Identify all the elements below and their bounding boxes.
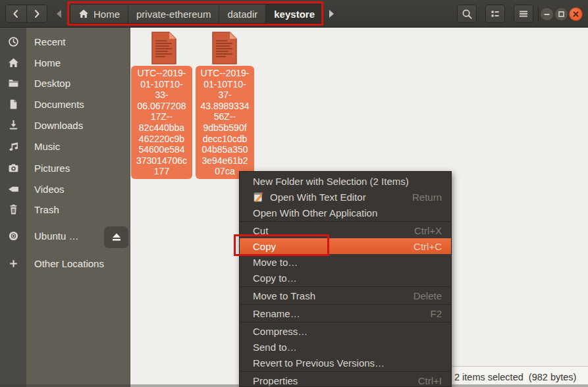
plus-icon <box>7 257 20 270</box>
forward-chevron-icon <box>32 9 42 19</box>
sidebar-item-label: Desktop <box>34 78 70 89</box>
minimize-icon <box>543 11 550 18</box>
menu-item-new-folder-with-selection[interactable]: New Folder with Selection (2 Items) <box>240 173 451 189</box>
breadcrumb-scroll-left-icon <box>55 9 62 18</box>
sidebar-item-label: Other Locations <box>34 258 104 269</box>
menu-separator <box>240 286 451 287</box>
close-icon <box>572 11 579 18</box>
sidebar-item-label: Trash <box>34 204 59 215</box>
minimize-button[interactable] <box>540 7 554 21</box>
search-icon <box>462 9 473 20</box>
selection-status-text: 2 items selected (982 bytes) <box>448 372 576 382</box>
menu-item-rename[interactable]: Rename… F2 <box>240 305 451 321</box>
sidebar-item-pictures[interactable]: Pictures <box>0 157 130 178</box>
menu-item-move-to[interactable]: Move to… <box>240 254 451 270</box>
sidebar-item-label: Recent <box>34 36 66 47</box>
sidebar-item-music[interactable]: Music <box>0 136 130 157</box>
sidebar-item-home[interactable]: Home <box>0 52 130 73</box>
home-icon <box>7 56 20 69</box>
disc-icon <box>7 229 20 242</box>
app-menu-button[interactable] <box>514 5 533 23</box>
text-document-icon <box>210 32 239 64</box>
menu-item-copy-to[interactable]: Copy to… <box>240 270 451 286</box>
menu-item-revert-to-previous-versions[interactable]: Revert to Previous Versions… <box>240 355 451 371</box>
menu-item-open-with-other-application[interactable]: Open With Other Application <box>240 205 451 220</box>
maximize-button[interactable] <box>554 7 568 21</box>
forward-button[interactable] <box>26 5 47 22</box>
eject-button[interactable] <box>104 226 128 248</box>
back-chevron-icon <box>11 9 21 19</box>
keystore-file-1-name[interactable]: UTC--2019- 01-10T10- 33- 06.0677208 17Z-… <box>131 66 192 179</box>
sidebar-item-recent[interactable]: Recent <box>0 31 130 52</box>
sidebar-item-desktop[interactable]: Desktop <box>0 72 130 93</box>
sidebar-item-downloads[interactable]: Downloads <box>0 115 130 136</box>
window-bottom-edge <box>0 384 588 387</box>
folder-icon <box>7 76 20 90</box>
menu-item-open-with-text-editor[interactable]: Open With Text Editor Return <box>240 189 451 205</box>
trash-icon <box>7 203 20 216</box>
sidebar-item-label: Documents <box>34 99 84 110</box>
breadcrumb-scroll-left[interactable] <box>55 9 63 19</box>
download-icon <box>7 118 20 132</box>
sidebar-item-label: Home <box>34 57 61 68</box>
headerbar-divider <box>538 7 539 21</box>
keystore-file-2-name[interactable]: UTC--2019- 01-10T10- 37- 43.8989334 56Z-… <box>196 66 254 179</box>
keystore-file-2[interactable] <box>210 32 239 67</box>
maximize-icon <box>558 11 565 18</box>
sidebar-item-other-locations[interactable]: Other Locations <box>0 253 130 274</box>
menu-item-compress[interactable]: Compress… <box>240 323 451 339</box>
sidebar-item-label: Ubuntu … <box>34 230 79 242</box>
text-document-icon <box>149 32 178 64</box>
text-editor-icon <box>253 192 264 203</box>
back-button[interactable] <box>6 5 26 22</box>
menu-separator <box>240 221 451 222</box>
document-icon <box>7 97 20 111</box>
annotation-copy-highlight-box <box>234 234 329 256</box>
sidebar-item-documents[interactable]: Documents <box>0 93 130 115</box>
video-icon <box>7 182 20 195</box>
keystore-file-1[interactable] <box>149 32 178 67</box>
menu-separator <box>240 322 451 322</box>
close-button[interactable] <box>569 7 583 21</box>
sidebar-item-label: Music <box>34 141 60 152</box>
menu-item-send-to[interactable]: Send to… <box>240 339 451 355</box>
view-toggle-icon <box>490 9 500 19</box>
search-button[interactable] <box>457 5 477 23</box>
breadcrumb-scroll-right[interactable] <box>329 9 336 19</box>
menu-item-move-to-trash[interactable]: Move to Trash Delete <box>240 288 451 303</box>
sidebar-item-label: Pictures <box>34 163 70 174</box>
history-nav-group <box>5 5 47 23</box>
sidebar-item-trash[interactable]: Trash <box>0 199 130 220</box>
menu-separator <box>240 304 451 305</box>
eject-icon <box>111 232 122 243</box>
annotation-breadcrumb-highlight-box <box>67 1 323 26</box>
clock-icon <box>7 35 20 48</box>
camera-icon <box>7 161 20 174</box>
music-icon <box>7 140 20 153</box>
menu-separator <box>240 371 451 372</box>
hamburger-menu-icon <box>518 9 529 19</box>
view-toggle-button[interactable] <box>485 5 505 23</box>
sidebar-item-label: Downloads <box>34 120 83 131</box>
breadcrumb-scroll-right-icon <box>329 9 335 18</box>
sidebar-item-videos[interactable]: Videos <box>0 178 130 199</box>
sidebar-item-label: Videos <box>34 184 65 195</box>
context-menu: New Folder with Selection (2 Items) Open… <box>239 171 452 387</box>
